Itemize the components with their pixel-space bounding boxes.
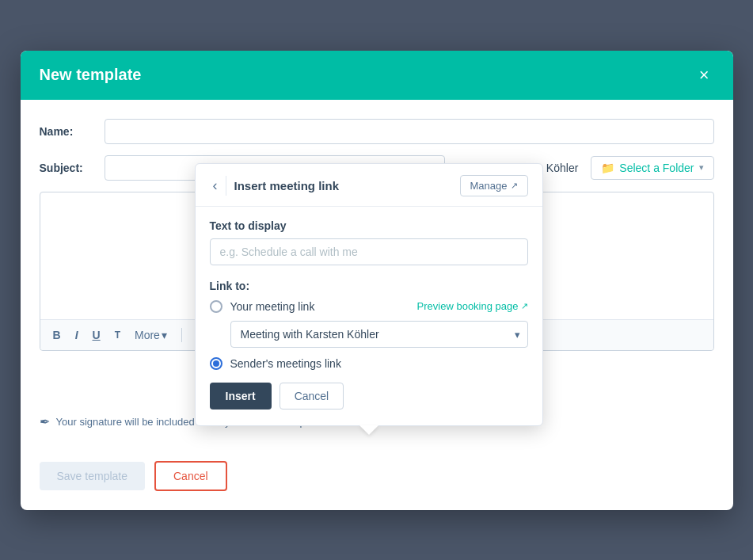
toolbar-separator xyxy=(181,328,182,342)
signature-icon: ✒ xyxy=(40,414,50,429)
your-meeting-radio[interactable] xyxy=(210,300,222,313)
your-meeting-label: Your meeting link xyxy=(230,300,315,313)
subject-label: Subject: xyxy=(40,162,95,174)
bold-button[interactable]: B xyxy=(50,327,64,343)
text-to-display-input[interactable] xyxy=(210,238,528,265)
cancel-button[interactable]: Cancel xyxy=(154,461,227,491)
modal-footer: Save template Cancel xyxy=(21,448,733,510)
senders-radio[interactable] xyxy=(210,357,222,370)
save-template-button[interactable]: Save template xyxy=(40,462,146,490)
popup-actions: Insert Cancel xyxy=(210,383,528,410)
popup-header: ‹ Insert meeting link Manage ↗ xyxy=(196,164,542,207)
insert-meeting-popup: ‹ Insert meeting link Manage ↗ Text to d… xyxy=(195,163,543,426)
name-row: Name: xyxy=(40,119,714,144)
your-meeting-radio-row: Your meeting link Preview booking page ↗ xyxy=(210,300,528,313)
new-template-modal: New template × Name: Subject: Owner: Kar… xyxy=(21,51,733,510)
chevron-down-icon: ▾ xyxy=(699,162,704,173)
name-input[interactable] xyxy=(105,119,714,144)
popup-cancel-button[interactable]: Cancel xyxy=(280,383,344,410)
popup-title: Insert meeting link xyxy=(234,179,340,192)
popup-back-button[interactable]: ‹ xyxy=(210,176,226,196)
select-folder-button[interactable]: 📁 Select a Folder ▾ xyxy=(591,156,713,180)
popup-body: Text to display Link to: Your meeting li… xyxy=(196,207,542,425)
senders-radio-row: Sender's meetings link xyxy=(210,357,528,370)
strikethrough-button[interactable]: T xyxy=(112,328,124,342)
preview-booking-link[interactable]: Preview booking page ↗ xyxy=(417,300,528,312)
modal-body: Name: Subject: Owner: Karsten Köhler 📁 S… xyxy=(21,100,733,448)
popup-insert-button[interactable]: Insert xyxy=(210,383,272,410)
underline-button[interactable]: U xyxy=(89,327,104,343)
close-button[interactable]: × xyxy=(694,65,714,86)
chevron-down-icon: ▾ xyxy=(162,329,167,341)
popup-header-left: ‹ Insert meeting link xyxy=(210,176,340,196)
name-label: Name: xyxy=(40,125,95,138)
modal-title: New template xyxy=(40,66,142,84)
manage-button[interactable]: Manage ↗ xyxy=(460,175,528,196)
meeting-select-wrapper: Meeting with Karsten Köhler ▾ xyxy=(230,321,528,348)
italic-button[interactable]: I xyxy=(72,327,82,343)
external-link-icon: ↗ xyxy=(521,301,528,311)
link-to-label: Link to: xyxy=(210,280,528,292)
modal-header: New template × xyxy=(21,51,733,100)
senders-label: Sender's meetings link xyxy=(230,357,341,370)
popup-arrow xyxy=(359,425,378,435)
meeting-select[interactable]: Meeting with Karsten Köhler xyxy=(230,321,528,348)
radio-filled-inner xyxy=(213,360,219,367)
text-to-display-label: Text to display xyxy=(210,219,528,232)
folder-icon: 📁 xyxy=(601,162,614,174)
external-link-icon: ↗ xyxy=(511,181,518,191)
more-button[interactable]: More ▾ xyxy=(131,327,170,343)
